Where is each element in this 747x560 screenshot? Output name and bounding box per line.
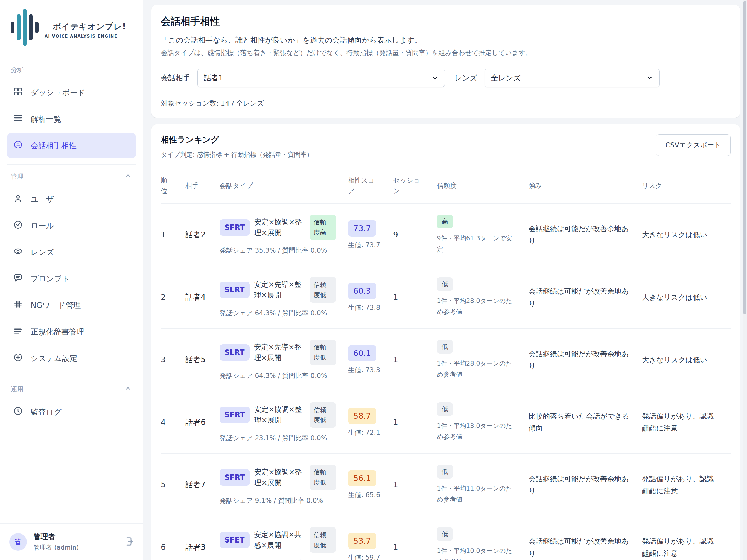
- column-header-type: 会話タイプ: [220, 173, 348, 198]
- score-cell: 60.3 生値: 73.8: [348, 272, 393, 323]
- score-cell: 56.1 生値: 65.6: [348, 459, 393, 510]
- sidebar-item-users[interactable]: ユーザー: [7, 186, 136, 212]
- sidebar-item-analysis-list[interactable]: 解析一覧: [7, 106, 136, 132]
- confidence-cell: 低 1件・平均11.0ターンのため参考値: [437, 454, 529, 516]
- prompt-icon: [13, 273, 23, 285]
- type-description: 安定×協調×整理×展開: [254, 217, 305, 238]
- lens-select[interactable]: 全レンズ: [485, 69, 660, 87]
- sessions-cell: 1: [393, 532, 437, 560]
- confidence-note: 1件・平均28.0ターンのため参考値: [437, 358, 516, 380]
- confidence-badge: 低: [437, 277, 453, 291]
- column-header-confidence: 信頼度: [437, 173, 529, 198]
- strength-cell: 会話継続は可能だが改善余地あり: [529, 274, 642, 320]
- sessions-cell: 9: [393, 219, 437, 250]
- sidebar-item-roles[interactable]: ロール: [7, 213, 136, 238]
- type-description: 安定×協調×整理×展開: [254, 404, 305, 426]
- type-code-badge: SFRT: [220, 469, 250, 486]
- sidebar-section-label: 分析: [11, 66, 24, 74]
- score-cell: 60.1 生値: 73.3: [348, 334, 393, 385]
- strength-cell: 会話継続は可能だが改善余地あり: [529, 462, 642, 508]
- chevron-down-icon: [646, 74, 653, 81]
- score-pill: 60.1: [348, 345, 376, 361]
- user-name: 管理者: [33, 532, 79, 542]
- sidebar-item-prompt[interactable]: プロンプト: [7, 266, 136, 291]
- confidence-cell: 低 1件・平均10.0ターンのため参考値: [437, 516, 529, 560]
- sidebar-item-dashboard[interactable]: ダッシュボード: [7, 80, 136, 105]
- confidence-note: 1件・平均28.0ターンのため参考値: [437, 295, 516, 317]
- score-raw-value: 生値: 65.6: [348, 490, 381, 499]
- sidebar-section-label: 管理: [11, 172, 24, 181]
- dictionary-icon: [13, 326, 23, 338]
- score-pill: 56.1: [348, 470, 376, 486]
- sidebar: ボイテキオンプレ! AI VOICE ANALYSIS ENGINE 分析 ダッ…: [0, 0, 143, 560]
- score-raw-value: 生値: 59.7: [348, 553, 381, 560]
- trust-badge: 信頼度低: [310, 464, 336, 490]
- trust-badge: 信頼度高: [310, 215, 336, 240]
- column-header-rank: 順位: [161, 168, 181, 203]
- chevron-down-icon: [432, 74, 439, 81]
- risk-cell: 大きなリスクは低い: [642, 218, 730, 252]
- score-raw-value: 生値: 73.7: [348, 240, 381, 249]
- rank-cell: 2: [161, 282, 185, 313]
- sidebar-item-audit-log[interactable]: 監査ログ: [7, 399, 136, 425]
- type-metrics: 発話シェア 9.1% / 質問比率 0.0%: [220, 496, 336, 505]
- table-row: 4 話者6 SFRT 安定×協調×整理×展開 信頼度低 発話シェア 23.1% …: [161, 391, 730, 454]
- type-metrics: 発話シェア 64.3% / 質問比率 0.0%: [220, 309, 336, 317]
- risk-cell: 大きなリスクは低い: [642, 343, 730, 377]
- sidebar-item-settings[interactable]: システム設定: [7, 346, 136, 371]
- ranking-subtitle: タイプ判定: 感情指標 + 行動指標（発話量・質問率）: [161, 150, 313, 159]
- brand-name: ボイテキオンプレ!: [45, 16, 133, 32]
- rank-cell: 4: [161, 407, 185, 438]
- strength-cell: 会話継続は可能だが改善余地あり: [529, 524, 642, 560]
- ranking-table-header: 順位 相手 会話タイプ 相性スコア セッション 信頼度 強み リスク: [161, 168, 730, 204]
- risk-cell: 大きなリスクは低い: [642, 280, 730, 314]
- session-count-note: 対象セッション数: 14 / 全レンズ: [161, 99, 730, 108]
- risk-cell: 発話偏りがあり、認識齟齬に注意: [642, 462, 730, 508]
- partner-cell: 話者7: [185, 468, 220, 502]
- chevron-up-icon[interactable]: [124, 384, 132, 394]
- confidence-note: 1件・平均13.0ターンのため参考値: [437, 420, 516, 442]
- page-title: 会話相手相性: [161, 15, 730, 28]
- type-metrics: 発話シェア 64.3% / 質問比率 0.0%: [220, 371, 336, 380]
- logout-icon[interactable]: [123, 536, 134, 548]
- partner-select-value: 話者1: [204, 73, 223, 83]
- confidence-badge: 低: [437, 340, 453, 354]
- analysis-list-icon: [13, 113, 23, 125]
- column-header-score: 相性スコア: [348, 168, 393, 203]
- confidence-note: 1件・平均10.0ターンのため参考値: [437, 545, 516, 560]
- lens-icon: [13, 246, 23, 258]
- score-pill: 53.7: [348, 533, 376, 549]
- confidence-note: 9件・平均61.3ターンで安定: [437, 233, 516, 255]
- type-cell: SFRT 安定×協調×整理×展開 信頼度低 発話シェア 9.1% / 質問比率 …: [220, 454, 348, 516]
- rank-cell: 1: [161, 219, 185, 250]
- column-header-strength: 強み: [529, 173, 642, 198]
- column-header-sessions: セッション: [393, 168, 437, 203]
- sidebar-section: 運用 監査ログ: [7, 377, 136, 431]
- partner-cell: 話者6: [185, 406, 220, 439]
- risk-cell: 発話偏りがあり、認識齟齬に注意: [642, 524, 730, 560]
- user-role: 管理者 (admin): [33, 543, 79, 552]
- confidence-badge: 高: [437, 215, 453, 228]
- type-code-badge: SFRT: [220, 407, 250, 423]
- sidebar-item-compatibility[interactable]: 会話相手相性: [7, 133, 136, 158]
- csv-export-button[interactable]: CSVエクスポート: [656, 134, 730, 156]
- partner-select[interactable]: 話者1: [198, 69, 445, 87]
- sidebar-user: 管 管理者 管理者 (admin): [0, 524, 143, 560]
- type-metrics: 発話シェア 23.1% / 質問比率 0.0%: [220, 434, 336, 442]
- table-row: 3 話者5 SLRT 安定×先導×整理×展開 信頼度低 発話シェア 64.3% …: [161, 329, 730, 391]
- sidebar-item-ng-words[interactable]: NGワード管理: [7, 292, 136, 318]
- trust-badge: 信頼度低: [310, 527, 336, 553]
- type-cell: SFRT 安定×協調×整理×展開 信頼度低 発話シェア 23.1% / 質問比率…: [220, 391, 348, 454]
- scrollbar-thumb[interactable]: [743, 1, 746, 314]
- window-scrollbar[interactable]: [743, 0, 747, 560]
- sidebar-item-dictionary[interactable]: 正規化辞書管理: [7, 319, 136, 345]
- sidebar-item-lens[interactable]: レンズ: [7, 239, 136, 265]
- settings-icon: [13, 353, 23, 364]
- type-cell: SLRT 安定×先導×整理×展開 信頼度低 発話シェア 64.3% / 質問比率…: [220, 266, 348, 328]
- sessions-cell: 1: [393, 407, 437, 438]
- rank-cell: 3: [161, 344, 185, 375]
- partner-cell: 話者2: [185, 218, 220, 252]
- type-metrics: 発話シェア 0.0% / 質問比率 0.0%: [220, 559, 336, 560]
- table-row: 2 話者4 SLRT 安定×先導×整理×展開 信頼度低 発話シェア 64.3% …: [161, 266, 730, 329]
- chevron-up-icon[interactable]: [124, 172, 132, 181]
